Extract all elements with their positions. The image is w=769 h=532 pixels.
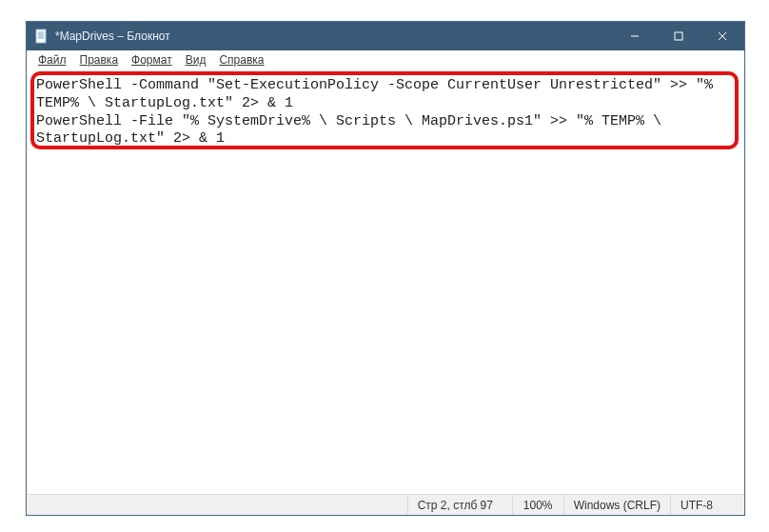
- svg-rect-6: [675, 32, 682, 40]
- menu-format[interactable]: Формат: [126, 52, 178, 68]
- status-spacer: [27, 495, 407, 515]
- menubar: Файл Правка Формат Вид Справка: [27, 50, 744, 69]
- minimize-button[interactable]: [613, 22, 657, 50]
- menu-edit[interactable]: Правка: [74, 52, 125, 68]
- status-encoding: UTF-8: [670, 495, 744, 515]
- menu-view[interactable]: Вид: [180, 52, 212, 68]
- notepad-window: *MapDrives – Блокнот Файл Правка Формат …: [26, 21, 745, 516]
- text-editor[interactable]: PowerShell -Command "Set-ExecutionPolicy…: [36, 77, 735, 492]
- status-line-endings: Windows (CRLF): [563, 495, 670, 515]
- status-zoom: 100%: [512, 495, 563, 515]
- editor-area: PowerShell -Command "Set-ExecutionPolicy…: [27, 69, 744, 494]
- maximize-button[interactable]: [657, 22, 700, 50]
- titlebar[interactable]: *MapDrives – Блокнот: [27, 22, 744, 50]
- menu-help[interactable]: Справка: [213, 52, 269, 68]
- close-button[interactable]: [700, 22, 744, 50]
- menu-file[interactable]: Файл: [32, 52, 72, 68]
- statusbar: Стр 2, стлб 97 100% Windows (CRLF) UTF-8: [27, 494, 744, 515]
- status-cursor-position: Стр 2, стлб 97: [407, 495, 512, 515]
- notepad-icon: [34, 29, 49, 44]
- window-title: *MapDrives – Блокнот: [55, 30, 170, 43]
